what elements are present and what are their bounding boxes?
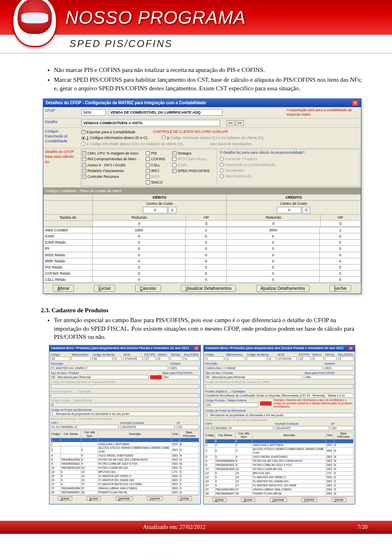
relatorio-fat-checkbox[interactable] bbox=[82, 169, 86, 173]
excluir-button[interactable]: Excluir bbox=[94, 285, 115, 292]
table-row[interactable]: 22022F1 MASTER 4X4 15W50 LTDESS bbox=[205, 475, 354, 479]
nav-prev-button[interactable]: << bbox=[226, 120, 235, 126]
icms-checkbox[interactable] bbox=[172, 163, 176, 167]
table-row[interactable]: 38789706880004738POWER FLUSH 400 MLDESN bbox=[205, 492, 354, 496]
descricao-field[interactable]: F1 MASTER 4X4 15W50 LT bbox=[51, 366, 168, 370]
table-row[interactable]: 44OLEO DIESEL B ADITIVADODESN bbox=[51, 454, 199, 458]
table-row[interactable]: 14014BPLITUS 24/1LTSS bbox=[51, 470, 199, 475]
codigo-option-1-radio[interactable] bbox=[81, 136, 85, 140]
exportar-contabilidade-checkbox[interactable] bbox=[81, 130, 85, 134]
produtos-table-2012[interactable]: CódigoCód. BarrasCód. Alfa NumDescriçãoU… bbox=[205, 432, 354, 496]
table-row[interactable]: 10789339020102610FILTRO-C14200 AR S10DES… bbox=[205, 467, 354, 471]
table-row[interactable]: 878933900200928FILTRO DE AR C391.25/1 CO… bbox=[51, 458, 199, 462]
extipi-field[interactable]: 27 bbox=[144, 356, 156, 361]
table-row[interactable]: 2GASOLINA C ADITIVADADESN bbox=[51, 442, 199, 446]
genero-field[interactable]: 0 bbox=[158, 356, 169, 361]
table-row[interactable]: 37789134400185437GRAXA LUBRAX GMA-2 500K… bbox=[51, 487, 199, 491]
aliq-field[interactable]: 0 bbox=[184, 356, 199, 361]
posse-dropdown[interactable]: 1 - Mercadoria de propriedade do informa… bbox=[205, 413, 354, 417]
codigo-option-2-radio[interactable] bbox=[81, 142, 85, 146]
anexo-checkbox[interactable] bbox=[82, 163, 86, 167]
cnpj-field[interactable]: 61.212.984/0001-37 bbox=[51, 425, 119, 429]
sinco-checkbox[interactable] bbox=[146, 180, 150, 184]
table-row[interactable]: 37789134400185437GRAXA LUBRAX GMA-2 500K… bbox=[205, 488, 354, 492]
table-row[interactable]: 878933900200928FILTRO DE AR C391.25/1 CO… bbox=[205, 459, 354, 463]
cfop-desc-field[interactable]: VENDA DE COMBUSTIVEL OU LUBRIFICANTE ADQ bbox=[108, 109, 223, 116]
base-pis-cofins-dropdown[interactable]: Não bbox=[305, 375, 354, 379]
cancelar-button[interactable]: Cancelar bbox=[270, 497, 287, 502]
alfa-field[interactable]: 1 bbox=[226, 356, 245, 361]
table-row[interactable]: 23023F1 MASTER 501 15/W40 24/1DESS bbox=[205, 479, 354, 484]
produtos-table-2011[interactable]: CódigoCód. BarrasCód. Alfa NumDescriçãoU… bbox=[51, 430, 199, 495]
alterar-button[interactable]: Alterar bbox=[53, 285, 74, 292]
table-row[interactable]: 14014BPLITUS 24/1LTSS bbox=[205, 471, 354, 475]
table-row[interactable]: 27027F1 MASTER SINTETICO 12/1 5W50DESS bbox=[205, 484, 354, 488]
nav-next-button[interactable]: >> bbox=[236, 120, 244, 126]
pis-checkbox[interactable] bbox=[146, 151, 150, 155]
table-row[interactable]: 1 bbox=[51, 438, 199, 442]
fechar-button[interactable]: Fechar bbox=[330, 285, 351, 292]
cofins-checkbox[interactable] bbox=[146, 157, 150, 161]
csll-checkbox[interactable] bbox=[146, 163, 150, 167]
table-row[interactable]: 22022F1 MASTER 4X4 15W50 LTDESS bbox=[51, 475, 199, 479]
ie-field[interactable]: 101431973 bbox=[120, 425, 175, 429]
table-row[interactable]: 404OLEO DIESEL B ADITIVADODESN bbox=[205, 455, 354, 459]
alfa-field[interactable] bbox=[71, 356, 91, 361]
imprimir-button[interactable]: Imprimir bbox=[147, 496, 163, 501]
table-row[interactable]: 978933900038219FILTRO-C2980 AR GOLF E FO… bbox=[51, 462, 199, 466]
fechar-button[interactable]: Fechar bbox=[178, 496, 192, 501]
produto-sujeito-field[interactable]: Incidência Monofásica da Contribuição So… bbox=[205, 393, 354, 398]
fechar-button[interactable]: Fechar bbox=[332, 497, 347, 502]
codigo-option-3-radio[interactable] bbox=[162, 135, 166, 139]
sintegra-checkbox[interactable] bbox=[172, 151, 176, 155]
table-row[interactable]: 978933900038219FILTRO-C2980 AR GOLF E FO… bbox=[205, 463, 354, 467]
table-row[interactable]: 27027F1 MASTER SINTETICO 12/1 5W50DESS bbox=[51, 483, 199, 487]
ie-field[interactable]: 101431973 bbox=[275, 426, 330, 430]
close-icon[interactable]: × bbox=[352, 100, 359, 106]
table-row[interactable]: 303ALCOOL ETÍLICO HIDRAT.COMB/ETANOL HID… bbox=[205, 448, 354, 455]
importacao-radio[interactable] bbox=[220, 163, 224, 167]
tipo-item-dropdown[interactable]: 00 - Mercadoria para Revenda bbox=[205, 375, 303, 379]
inss-checkbox[interactable] bbox=[146, 175, 150, 179]
excluir-button[interactable]: Excluir bbox=[87, 496, 101, 501]
rel-compras-checkbox[interactable] bbox=[82, 157, 86, 161]
table-row[interactable]: 101 bbox=[205, 439, 354, 444]
unidade-field[interactable]: DES bbox=[324, 366, 354, 370]
ncm-field[interactable]: 27101931 bbox=[123, 356, 143, 361]
detalhe-field[interactable]: VENDAS COMBUSTIVEIS A VISTA bbox=[81, 120, 220, 126]
nao-incentivado-radio[interactable] bbox=[220, 174, 224, 178]
ncm-field[interactable]: 27101151 bbox=[278, 356, 297, 361]
sped-pis-cofins-checkbox[interactable] bbox=[172, 169, 176, 173]
servico-field[interactable] bbox=[171, 356, 182, 361]
close-icon[interactable]: × bbox=[194, 346, 199, 350]
tipo-item-dropdown[interactable]: 00 - Mercadoria para Revenda bbox=[51, 375, 149, 379]
barras-field[interactable]: 89 bbox=[92, 356, 113, 361]
cfop-code-field[interactable]: 5656 bbox=[81, 109, 106, 116]
cnpj-field[interactable]: 61.212.984/0001-37 bbox=[205, 426, 273, 430]
codigo-field[interactable]: 1 bbox=[205, 356, 224, 361]
cancelar-button[interactable]: Cancelar bbox=[116, 496, 133, 501]
table-row[interactable]: 38789706880004738POWER FLUSH 400 MLDESN bbox=[51, 491, 199, 495]
base-pis-cofins-dropdown[interactable]: Sim bbox=[163, 375, 199, 379]
excluir-button[interactable]: Excluir bbox=[241, 497, 255, 502]
close-icon[interactable]: × bbox=[348, 346, 353, 350]
unidade-field[interactable]: DES bbox=[170, 366, 199, 370]
table-row[interactable]: 10789339020102610FILTRO-C14200 AR S10DES… bbox=[51, 466, 199, 470]
uf-field[interactable]: GO bbox=[176, 425, 199, 429]
gravar-button[interactable]: Gravar bbox=[212, 497, 227, 502]
table-row[interactable]: 33ALCOOL ETÍLICO HIDRAT.COMB/ETANOL HIDR… bbox=[51, 446, 199, 454]
gravar-button[interactable]: Gravar bbox=[58, 496, 72, 501]
descricao-field[interactable]: GASOLINA C COMUM bbox=[205, 366, 323, 370]
cancelar-button[interactable]: Cancelar bbox=[135, 285, 160, 292]
controlar-recursos-checkbox[interactable] bbox=[82, 175, 86, 179]
table-row[interactable]: 23023F1 MASTER 501 15/W40 24/1DESS bbox=[51, 479, 199, 483]
irpj-checkbox[interactable] bbox=[146, 169, 150, 173]
rest-serv-checkbox[interactable] bbox=[172, 157, 176, 161]
visualizar-button[interactable]: Visualizar Detalhamentos bbox=[181, 285, 236, 292]
cod-tabela-field[interactable]: 101 bbox=[205, 403, 258, 407]
fomentar-radio[interactable] bbox=[220, 157, 224, 161]
atualizar-button[interactable]: Atualizar Detalhamentos bbox=[256, 285, 310, 292]
cmv-checkbox[interactable] bbox=[82, 151, 86, 155]
table-row[interactable]: 202GASOLINA C ADITIVADADESN bbox=[205, 444, 354, 448]
posse-dropdown[interactable]: 1 - Mercadoria de propriedade do informa… bbox=[51, 412, 199, 416]
